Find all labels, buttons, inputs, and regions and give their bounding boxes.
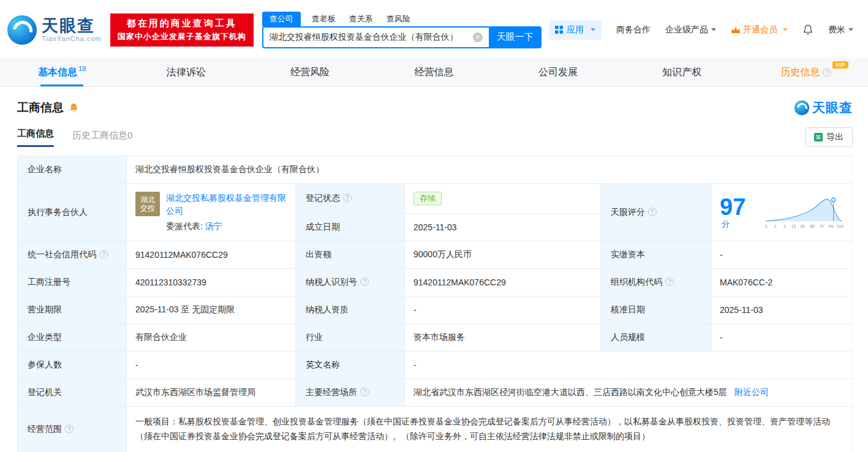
help-icon[interactable] — [823, 68, 831, 77]
brand-name: 天眼查 — [42, 17, 102, 36]
avatar-line-2: 交投 — [140, 204, 155, 213]
tab-history-info[interactable]: VIP 历史信息 — [744, 58, 868, 86]
nav-enterprise-products[interactable]: 企业级产品 — [665, 24, 716, 36]
partner-company-logo[interactable]: 湖北 交投 — [135, 192, 160, 216]
orgcode-value: MAK076CC-2 — [711, 269, 853, 296]
tab-intellectual-property[interactable]: 知识产权 — [620, 58, 744, 86]
search-box — [262, 26, 489, 48]
help-icon[interactable] — [648, 208, 657, 216]
export-button[interactable]: 导出 — [805, 127, 853, 147]
scope-label-text: 经营范围 — [28, 424, 62, 434]
paid-capital-label: 实缴资本 — [601, 241, 711, 269]
logo-text: 天眼查 TianYanCha.com — [42, 17, 102, 43]
banner-line-2: 国家中小企业发展子基金旗下机构 — [118, 31, 246, 42]
taxid-value: 91420112MAK076CC29 — [405, 269, 601, 296]
help-icon[interactable] — [65, 424, 74, 433]
establish-date-label: 成立日期 — [296, 214, 405, 241]
tianyancha-logo[interactable]: 天眼查 TianYanCha.com — [7, 15, 102, 45]
search-button[interactable]: 天眼一下 — [489, 26, 542, 48]
user-menu[interactable]: 费米 — [828, 24, 853, 36]
svg-text:100: 100 — [836, 224, 843, 228]
tab-basic-info[interactable]: 基本信息 18 — [0, 58, 124, 86]
svg-text:1: 1 — [774, 224, 776, 228]
apps-menu-button[interactable]: 应用 — [549, 20, 602, 40]
company-name-label: 企业名称 — [18, 156, 127, 184]
help-icon[interactable] — [343, 194, 352, 202]
address-text: 湖北省武汉市东西湖区径河街临空港大道以西、三店西路以南文化中心创意大楼5层 — [413, 387, 727, 397]
section-title: 工商信息 — [17, 100, 64, 116]
company-type-label: 企业类型 — [18, 324, 127, 352]
notifications-bell-icon[interactable] — [802, 24, 813, 36]
search-tab-company[interactable]: 查公司 — [262, 12, 301, 26]
search-input[interactable] — [262, 26, 489, 48]
tax-qualification-value: - — [405, 296, 601, 324]
subtab-history-business-info[interactable]: 历史工商信息0 — [72, 130, 132, 147]
partner-company-link[interactable]: 湖北交投私募股权基金管理有限公司 — [166, 192, 287, 217]
tab-legal-lawsuits[interactable]: 法律诉讼 — [124, 58, 247, 86]
help-icon[interactable] — [360, 388, 369, 396]
nav-business-cooperation[interactable]: 商务合作 — [616, 24, 651, 36]
svg-text:99: 99 — [828, 224, 833, 228]
help-icon[interactable] — [665, 277, 674, 286]
nearby-companies-link[interactable]: 附近公司 — [734, 387, 769, 397]
row-partner-status: 执行事务合伙人 湖北 交投 湖北交投私募股权基金管理有限公司 委派代表: 汤宁 — [18, 184, 853, 214]
export-label: 导出 — [826, 132, 843, 143]
score-label: 天眼评分 — [601, 184, 711, 241]
company-name-value: 湖北交投睿恒股权投资基金合伙企业（有限合伙） — [127, 156, 853, 184]
reg-status-label-text: 登记状态 — [306, 193, 340, 203]
row-registration-number: 工商注册号 420112310332739 纳税人识别号 91420112MAK… — [18, 269, 853, 296]
subtab-business-info[interactable]: 工商信息 — [17, 128, 54, 147]
score-unit: 分 — [722, 219, 730, 228]
taxid-label: 纳税人识别号 — [296, 269, 405, 296]
address-cell: 湖北省武汉市东西湖区径河街临空港大道以西、三店西路以南文化中心创意大楼5层 附近… — [405, 379, 853, 407]
orgcode-label-text: 组织机构代码 — [611, 277, 662, 287]
tab-lawsuit-label: 法律诉讼 — [167, 66, 206, 79]
authority-label: 登记机关 — [18, 379, 127, 407]
tab-basic-count: 18 — [78, 65, 86, 72]
svg-text:85: 85 — [810, 224, 815, 228]
tab-company-development[interactable]: 公司发展 — [496, 58, 620, 86]
help-icon[interactable] — [360, 277, 369, 286]
scope-label: 经营范围 — [18, 407, 127, 452]
vip-badge: VIP — [832, 61, 848, 69]
english-name-value: - — [405, 352, 853, 379]
insured-label: 参保人数 — [18, 352, 127, 379]
tab-operating-risk[interactable]: 经营风险 — [248, 58, 372, 86]
user-name: 费米 — [828, 24, 845, 36]
top-header: 天眼查 TianYanCha.com 都在用的商业查询工具 国家中小企业发展子基… — [0, 0, 868, 58]
crown-icon — [731, 26, 741, 34]
capital-label: 出资额 — [296, 241, 405, 269]
approve-date-label: 核准日期 — [601, 296, 711, 324]
tax-qualification-label: 纳税人资质 — [296, 296, 405, 324]
uscc-label: 统一社会信用代码 — [18, 241, 127, 269]
search-tab-relation[interactable]: 查关系 — [349, 12, 373, 26]
tab-operating-info[interactable]: 经营信息 — [372, 58, 496, 86]
search-tab-risk[interactable]: 查风险 — [387, 12, 410, 26]
svg-text:50: 50 — [800, 224, 805, 228]
clear-search-icon[interactable] — [473, 32, 483, 42]
help-icon[interactable] — [99, 250, 108, 258]
svg-text:97: 97 — [820, 224, 825, 228]
tianyancha-watermark-logo: 天眼查 — [794, 99, 853, 116]
row-registration-authority: 登记机关 武汉市东西湖区市场监督管理局 主要经营场所 湖北省武汉市东西湖区径河街… — [18, 379, 853, 407]
promo-banner: 都在用的商业查询工具 国家中小企业发展子基金旗下机构 — [110, 13, 254, 47]
term-value: 2025-11-03 至 无固定期限 — [127, 296, 296, 324]
chevron-down-icon — [711, 28, 716, 31]
search-tabs: 查公司 查老板 查关系 查风险 — [262, 12, 542, 26]
industry-value: 资本市场服务 — [405, 324, 601, 352]
score-value: 97分 — [720, 195, 755, 230]
monitor-bell-icon[interactable] — [69, 102, 79, 113]
section-header: 工商信息 天眼查 — [0, 87, 868, 116]
orgcode-label: 组织机构代码 — [601, 269, 711, 296]
representative-label: 委派代表: — [166, 221, 203, 231]
search-tab-boss[interactable]: 查老板 — [312, 12, 336, 26]
partner-cell: 湖北 交投 湖北交投私募股权基金管理有限公司 委派代表: 汤宁 — [127, 184, 296, 241]
status-badge: 存续 — [413, 192, 442, 205]
cooperation-label: 商务合作 — [616, 24, 651, 36]
approve-date-value: 2025-11-03 — [711, 296, 853, 324]
open-vip-button[interactable]: 开通会员 — [731, 24, 788, 36]
capital-value: 90000万人民币 — [405, 241, 601, 269]
chevron-down-icon — [783, 28, 788, 31]
uscc-label-text: 统一社会信用代码 — [28, 249, 96, 259]
representative-link[interactable]: 汤宁 — [205, 221, 222, 231]
